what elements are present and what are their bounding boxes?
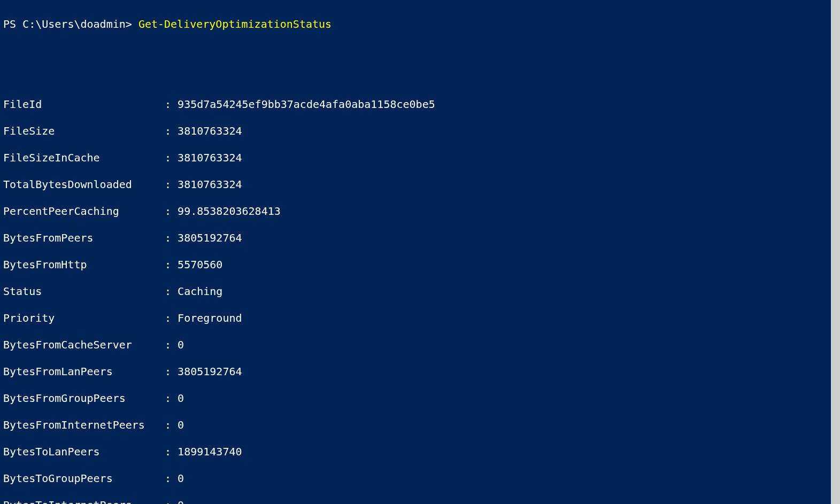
separator: : [165, 499, 178, 504]
val-filesizeincache: 3810763324 [178, 151, 242, 165]
val-bytesfrominternetpeers: 0 [178, 418, 184, 432]
output-row-percentpeercaching: PercentPeerCaching: 99.8538203628413 [3, 205, 837, 218]
output-row-status: Status: Caching [3, 285, 837, 298]
key-filesize: FileSize [3, 125, 165, 138]
key-priority: Priority [3, 312, 165, 325]
output-row-bytesfromcacheserver: BytesFromCacheServer: 0 [3, 338, 837, 352]
key-bytesfromlanpeers: BytesFromLanPeers [3, 365, 165, 378]
output-row-bytesfromlanpeers: BytesFromLanPeers: 3805192764 [3, 365, 837, 378]
output-row-totalbytesdownloaded: TotalBytesDownloaded: 3810763324 [3, 178, 837, 191]
powershell-terminal[interactable]: PS C:\Users\doadmin> Get-DeliveryOptimiz… [0, 0, 840, 504]
output-row-bytesfromgrouppeers: BytesFromGroupPeers: 0 [3, 392, 837, 405]
key-bytesfrominternetpeers: BytesFromInternetPeers [3, 418, 165, 432]
key-bytesfrompeers: BytesFromPeers [3, 231, 165, 245]
separator: : [165, 151, 178, 165]
val-bytestogrouppeers: 0 [178, 472, 184, 485]
val-filesize: 3810763324 [178, 125, 242, 138]
vertical-scrollbar[interactable] [831, 0, 840, 504]
val-bytesfromcacheserver: 0 [178, 338, 184, 352]
separator: : [165, 365, 178, 378]
output-row-bytesfromhttp: BytesFromHttp: 5570560 [3, 258, 837, 272]
val-totalbytesdownloaded: 3810763324 [178, 178, 242, 191]
scrollbar-thumb[interactable] [831, 0, 840, 504]
key-bytestogrouppeers: BytesToGroupPeers [3, 472, 165, 485]
prompt-prefix: PS C:\Users\doadmin> [3, 18, 138, 31]
separator: : [165, 125, 178, 138]
val-fileid: 935d7a54245ef9bb37acde4afa0aba1158ce0be5 [178, 98, 435, 111]
separator: : [165, 312, 178, 325]
separator: : [165, 231, 178, 245]
separator: : [165, 338, 178, 352]
key-fileid: FileId [3, 98, 165, 111]
val-bytestolanpeers: 1899143740 [178, 445, 242, 459]
val-priority: Foreground [178, 312, 242, 325]
key-bytestointernetpeers: BytesToInternetPeers [3, 499, 165, 504]
output-row-bytesfrominternetpeers: BytesFromInternetPeers: 0 [3, 418, 837, 432]
val-bytesfrompeers: 3805192764 [178, 231, 242, 245]
key-bytesfromgrouppeers: BytesFromGroupPeers [3, 392, 165, 405]
key-totalbytesdownloaded: TotalBytesDownloaded [3, 178, 165, 191]
separator: : [165, 392, 178, 405]
output-row-filesize: FileSize: 3810763324 [3, 125, 837, 138]
key-percentpeercaching: PercentPeerCaching [3, 205, 165, 218]
output-row-fileid: FileId: 935d7a54245ef9bb37acde4afa0aba11… [3, 98, 837, 111]
output-row-priority: Priority: Foreground [3, 312, 837, 325]
val-bytesfromgrouppeers: 0 [178, 392, 184, 405]
prompt-line: PS C:\Users\doadmin> Get-DeliveryOptimiz… [3, 18, 837, 31]
separator: : [165, 98, 178, 111]
val-status: Caching [178, 285, 222, 298]
separator: : [165, 258, 178, 272]
separator: : [165, 445, 178, 459]
val-bytestointernetpeers: 0 [178, 499, 184, 504]
val-bytesfromlanpeers: 3805192764 [178, 365, 242, 378]
separator: : [165, 418, 178, 432]
output-row-bytestolanpeers: BytesToLanPeers: 1899143740 [3, 445, 837, 459]
blank-line [3, 44, 837, 58]
command-text: Get-DeliveryOptimizationStatus [138, 18, 332, 31]
separator: : [165, 205, 178, 218]
val-percentpeercaching: 99.8538203628413 [178, 205, 281, 218]
output-row-bytestogrouppeers: BytesToGroupPeers: 0 [3, 472, 837, 485]
separator: : [165, 178, 178, 191]
separator: : [165, 472, 178, 485]
output-row-bytesfrompeers: BytesFromPeers: 3805192764 [3, 231, 837, 245]
output-row-bytestointernetpeers: BytesToInternetPeers: 0 [3, 499, 837, 504]
key-status: Status [3, 285, 165, 298]
key-bytesfromcacheserver: BytesFromCacheServer [3, 338, 165, 352]
blank-line [3, 71, 837, 84]
val-bytesfromhttp: 5570560 [178, 258, 222, 272]
separator: : [165, 285, 178, 298]
output-row-filesizeincache: FileSizeInCache: 3810763324 [3, 151, 837, 165]
key-filesizeincache: FileSizeInCache [3, 151, 165, 165]
key-bytesfromhttp: BytesFromHttp [3, 258, 165, 272]
key-bytestolanpeers: BytesToLanPeers [3, 445, 165, 459]
